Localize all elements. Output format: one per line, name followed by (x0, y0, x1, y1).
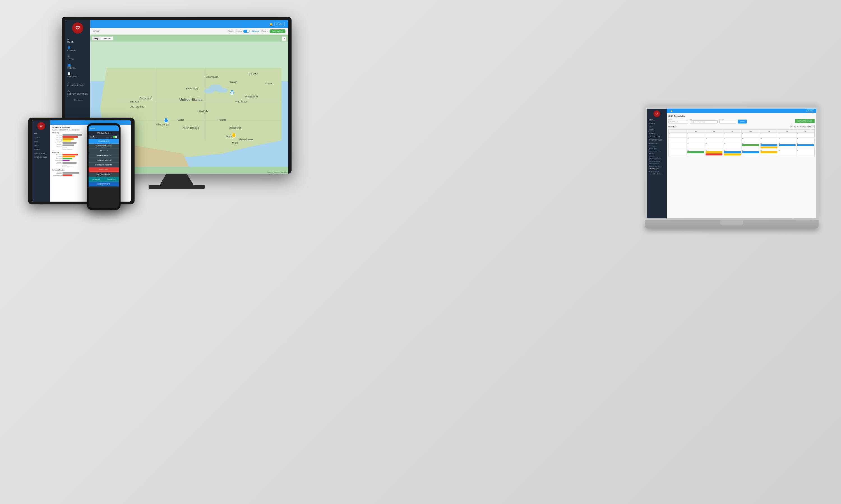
map-tab-satellite[interactable]: Satellite (101, 36, 113, 41)
laptop-subnav-contact-groups[interactable]: ● Contact Groups Types (647, 150, 667, 152)
svg-text:Philadelphia: Philadelphia (245, 95, 258, 98)
svg-text:Jacksonville: Jacksonville (229, 127, 241, 129)
cal-event-w3-sat-blue[interactable] (797, 144, 814, 146)
tablet-nav-settings[interactable]: SYSTEM SETTINGS (32, 155, 50, 159)
search-button[interactable]: Search (738, 120, 747, 124)
cal-event-w3-green[interactable] (742, 144, 759, 146)
phone-btn-end-shift[interactable]: END SHIFT (89, 167, 119, 172)
cal-event-w3-fri-blue[interactable] (779, 144, 795, 146)
phone-btn-report-points[interactable]: REPORT POINTS (89, 153, 119, 158)
sidebar-item-system-settings[interactable]: ⚙ SYSTEM SETTINGS › (65, 88, 90, 98)
cal-w2-thu: 14 (760, 138, 778, 142)
phone-login-toggle[interactable] (113, 136, 117, 138)
laptop-nav-home[interactable]: HOME (647, 118, 667, 122)
cal-w1-sat: 9 (796, 133, 814, 137)
officers-button[interactable]: Officers (252, 30, 259, 32)
laptop-subnav-incident-types[interactable]: ● Incident Types (647, 142, 667, 145)
laptop-subnav-shift-schedules[interactable]: ● Shift Schedules (647, 167, 667, 170)
svg-text:United States: United States (179, 97, 203, 102)
cal-event-w3-blue[interactable] (760, 144, 777, 146)
cal-prev-button[interactable]: ‹ (790, 125, 793, 128)
client-input[interactable] (668, 120, 688, 124)
cal-next-button[interactable]: › (811, 125, 814, 128)
phone-btn-supervisor-menu[interactable]: SUPERVISOR MENU (89, 144, 119, 148)
phone-btn-choose-site[interactable]: CHOOSE SITE (89, 139, 119, 144)
tablet-nav-custom-forms[interactable]: CUSTOM FORMS (32, 151, 50, 155)
cal-event-w4-red[interactable] (706, 154, 722, 156)
cal-w4-mon: 25 (705, 149, 723, 156)
tablet-logo: 🛡 (37, 122, 45, 130)
toggle-switch[interactable] (243, 30, 250, 33)
phone-screen: All Staff ℹ 🛡 OfficerMetrics Last Name L… (89, 125, 119, 208)
phone-btn-scan-nfc[interactable]: SCAN NFC (104, 177, 119, 181)
cal-sun-header: Sun (687, 130, 705, 132)
cal-w2-mon: 11 (705, 138, 723, 142)
bar-general-ops (63, 144, 74, 146)
shift-title: Shift Hours (668, 126, 677, 128)
tablet-nav-home[interactable]: HOME (32, 131, 50, 136)
map-expand-button[interactable]: ⤢ (282, 36, 287, 41)
tablet-nav-clients[interactable]: CLIENTS (32, 136, 50, 140)
sidebar-item-custom-forms[interactable]: ✎ CUSTOM FORMS (65, 79, 90, 88)
laptop-trackpad[interactable] (720, 220, 743, 224)
cal-event-w3-yellow[interactable] (760, 146, 777, 148)
laptop-subnav-regions[interactable]: ● Regions (647, 152, 667, 155)
laptop-nav-users[interactable]: USERS (647, 128, 667, 131)
sidebar-item-clients[interactable]: 👤 CLIENTS (65, 44, 90, 53)
officers-location-toggle[interactable]: Officers Location (228, 30, 250, 33)
laptop-page-title: Shift Schedules (668, 115, 814, 117)
laptop-nav-clients[interactable]: CLIENTS (647, 122, 667, 125)
laptop-subnav-visitor-types[interactable]: ● Visitor Types (647, 147, 667, 150)
desktop-subbar: HOME Officers Location Officers Events R… (90, 28, 288, 35)
tablet-nav-sites[interactable]: SITES (32, 140, 50, 143)
phone-btn-search[interactable]: SEARCH (89, 148, 119, 153)
sidebar-item-sites[interactable]: ⊙ SITES (65, 53, 90, 62)
events-button[interactable]: Events (261, 30, 268, 32)
tablet-nav-reports[interactable]: REPORTS (32, 147, 50, 151)
laptop-nav-sites[interactable]: SITES (647, 125, 667, 128)
cal-w4-fri: 29 (778, 149, 796, 156)
phone-scan-row: SCAN QR SCAN NFC (89, 177, 119, 182)
laptop-subnav-schedule-reports[interactable]: ● Schedule Reports (647, 162, 667, 165)
phone-btn-scan-qr[interactable]: SCAN QR (89, 177, 104, 181)
laptop-subnav-beat-diary[interactable]: ● Beat Diary Reports (647, 160, 667, 162)
svg-text:P: P (231, 92, 233, 94)
laptop-nav-custom-forms[interactable]: CUSTOM FORMS (647, 135, 667, 138)
officer-input[interactable] (719, 120, 736, 124)
cal-event-w4-blue1[interactable] (724, 151, 741, 153)
phone-btn-activity-form[interactable]: ACTIVITY FORM (89, 172, 119, 177)
phone-toggle-area[interactable]: Login Time (106, 136, 117, 138)
cal-event-w4-green[interactable] (687, 151, 704, 153)
laptop-nav-system-settings[interactable]: SYSTEM SETTINGS (647, 138, 667, 142)
profile-button[interactable]: Profile (274, 22, 285, 26)
laptop-subnav-payment-settings[interactable]: ● Payment Settings (647, 170, 667, 173)
phone-btn-tours-patrols[interactable]: TOURS/PATROLS (89, 158, 119, 163)
laptop-subnav-activity-types[interactable]: ● Activity Types (647, 145, 667, 147)
sidebar-item-users[interactable]: 👥 USERS (65, 62, 90, 71)
map-attribution: Keyboard shortcuts | Map data (268, 172, 287, 173)
site-input[interactable] (690, 121, 718, 124)
phone-btn-scheduled-shifts[interactable]: SCHEDULED SHIFTS (89, 163, 119, 167)
laptop-subnav-branches[interactable]: ● Branches (647, 155, 667, 157)
cal-event-w4-wed-blue[interactable] (742, 151, 759, 153)
map-tab-map[interactable]: Map (92, 36, 101, 41)
laptop-subnav-tv-exception[interactable]: ● TV Exception Reports (647, 157, 667, 160)
cal-event-w4-yellow2[interactable] (724, 154, 741, 156)
cal-event-w4-yellow[interactable] (706, 151, 722, 153)
logo-shield-icon: 🛡 (75, 25, 80, 31)
svg-text:Dallas: Dallas (178, 119, 184, 121)
tablet-nav-users[interactable]: USERS (32, 143, 50, 147)
sidebar-item-home[interactable]: ⌂ HOME (65, 36, 90, 44)
add-shift-button[interactable]: Add New Shift Schedule (795, 119, 814, 123)
officer-label: OFFICER (719, 119, 736, 120)
cal-sat-header: Sat (796, 130, 814, 132)
cal-thu-header: Thu (760, 130, 778, 132)
refresh-map-button[interactable]: Refresh Map (270, 30, 286, 33)
sidebar-item-reports[interactable]: 📄 REPORTS (65, 71, 90, 79)
laptop-profile-button[interactable]: Profile (807, 109, 814, 112)
cal-event-w4-thu-yellow[interactable] (760, 151, 777, 153)
laptop-subnav-contact-visitor[interactable]: ● Contact Visitor Settings (647, 165, 667, 167)
laptop-nav-reports[interactable]: REPORTS (647, 131, 667, 135)
phone-btn-register-nfc[interactable]: REGISTER NFC (89, 182, 119, 186)
scene: 🛡 ⌂ HOME 👤 CLIENTS ⊙ SITES (0, 0, 841, 504)
